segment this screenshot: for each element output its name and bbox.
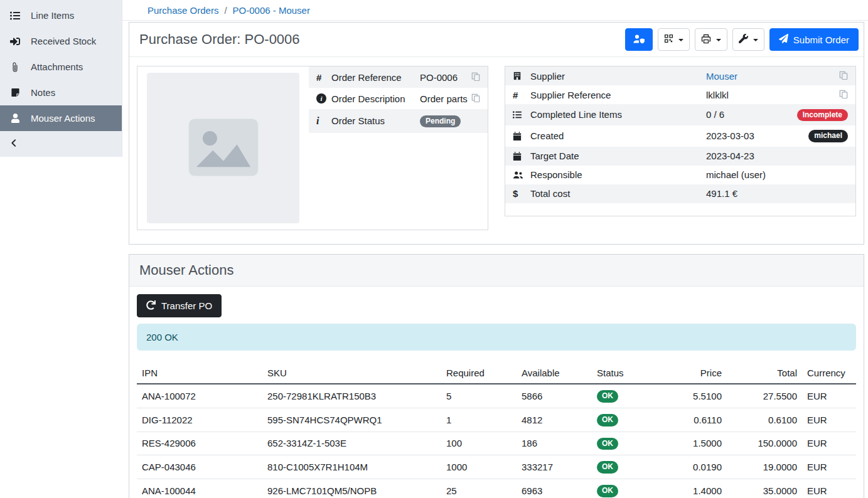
status-alert-text: 200 OK — [146, 332, 178, 342]
calendar-icon — [513, 132, 530, 140]
detail-label: Target Date — [530, 151, 706, 161]
copy-icon[interactable] — [839, 71, 848, 80]
breadcrumb-link-current[interactable]: PO-0006 - Mouser — [233, 5, 310, 16]
sidebar-item-label: Notes — [31, 87, 55, 98]
copy-icon[interactable] — [471, 93, 480, 102]
chevron-down-icon — [678, 39, 683, 41]
detail-row-supplier-reference: # Supplier Reference lklklkl — [505, 85, 855, 104]
user-badge: michael — [808, 130, 848, 142]
detail-row-supplier: Supplier Mouser — [505, 66, 855, 85]
copy-icon[interactable] — [471, 72, 480, 81]
sidebar-item-received-stock[interactable]: Received Stock — [0, 28, 122, 54]
detail-row-order-description: i Order Description Order parts — [309, 88, 488, 109]
column-header-sku: SKU — [262, 363, 441, 384]
user-roles-button[interactable] — [625, 28, 653, 51]
page-content: Purchase Order: PO-0006 — [122, 21, 868, 498]
detail-label: Supplier Reference — [530, 90, 706, 100]
print-dropdown-button[interactable] — [695, 28, 727, 51]
hash-icon: # — [513, 90, 530, 100]
sidebar-item-notes[interactable]: Notes — [0, 80, 122, 105]
responsible-value: michael (user) — [706, 169, 795, 180]
detail-label: Order Status — [331, 115, 420, 126]
detail-row-target-date: Target Date 2023-04-23 — [505, 147, 855, 166]
calendar-icon — [513, 152, 530, 161]
order-description-value: Order parts — [420, 93, 468, 104]
detail-row-order-status: i Order Status Pending — [309, 109, 488, 133]
cell-total: 150.0000 — [727, 432, 802, 455]
cell-sku: 652-3314Z-1-503E — [262, 432, 441, 455]
user-icon — [9, 114, 21, 123]
incomplete-badge: Incomplete — [797, 109, 848, 122]
cell-sku: 595-SN74HCS74QPWRQ1 — [262, 408, 441, 432]
transfer-po-button[interactable]: Transfer PO — [137, 294, 222, 317]
cell-currency: EUR — [802, 432, 856, 455]
dollar-icon: $ — [513, 188, 530, 199]
cell-price: 0.6110 — [673, 408, 727, 432]
sidebar-item-label: Line Items — [31, 10, 74, 21]
qr-code-icon — [664, 34, 673, 45]
printer-icon — [701, 34, 711, 46]
detail-row-completed-line-items: Completed Line Items 0 / 6 Incomplete — [505, 104, 855, 125]
submit-order-button[interactable]: Submit Order — [769, 28, 859, 51]
cell-required: 1000 — [441, 455, 517, 479]
user-shield-icon — [633, 34, 645, 46]
paper-plane-icon — [779, 34, 788, 45]
cell-status: OK — [592, 408, 673, 432]
breadcrumb: Purchase Orders / PO-0006 - Mouser — [122, 0, 868, 21]
mouser-actions-panel: Mouser Actions Transfer PO 200 OK — [129, 254, 864, 498]
detail-label: Created — [530, 130, 706, 141]
detail-label: Responsible — [530, 169, 706, 180]
cell-ipn: ANA-100072 — [137, 384, 262, 408]
breadcrumb-separator: / — [224, 5, 227, 16]
table-row: ANA-100044 926-LMC7101QM5/NOPB 25 6963 O… — [137, 479, 856, 498]
column-header-currency: Currency — [802, 363, 856, 384]
cell-status: OK — [592, 432, 673, 455]
order-details-table: # Order Reference PO-0006 i Order Descri… — [309, 66, 488, 133]
cell-price: 1.4000 — [673, 479, 727, 498]
info-icon: i — [316, 115, 331, 127]
detail-row-total-cost: $ Total cost 491.1 € — [505, 184, 855, 203]
chevron-down-icon — [753, 39, 758, 41]
sidebar-collapse-button[interactable] — [0, 131, 122, 157]
column-header-available: Available — [517, 363, 592, 384]
barcode-dropdown-button[interactable] — [658, 28, 690, 51]
order-actions-dropdown-button[interactable] — [732, 28, 764, 51]
image-placeholder-icon — [187, 117, 260, 179]
app-root: Line Items Received Stock Attachments No… — [0, 0, 868, 498]
breadcrumb-link-purchase-orders[interactable]: Purchase Orders — [147, 5, 218, 16]
supplier-details-card: Supplier Mouser # Supplier Reference lkl… — [505, 66, 856, 216]
sidebar-item-label: Mouser Actions — [31, 113, 95, 124]
sidebar-item-mouser-actions[interactable]: Mouser Actions — [0, 105, 122, 131]
mouser-actions-title: Mouser Actions — [139, 262, 233, 278]
cell-total: 35.0000 — [727, 479, 802, 498]
completed-line-items-value: 0 / 6 — [706, 109, 795, 120]
cell-ipn: DIG-112022 — [137, 408, 262, 432]
target-date-value: 2023-04-23 — [706, 151, 795, 161]
cell-total: 27.5500 — [727, 384, 802, 408]
cell-required: 5 — [441, 384, 517, 408]
cell-ipn: ANA-100044 — [137, 479, 262, 498]
status-alert: 200 OK — [137, 324, 856, 351]
order-image-placeholder[interactable] — [147, 73, 299, 223]
sidebar-item-attachments[interactable]: Attachments — [0, 54, 122, 80]
cell-available: 333217 — [517, 455, 592, 479]
supplier-link[interactable]: Mouser — [706, 71, 737, 82]
detail-row-order-reference: # Order Reference PO-0006 — [309, 66, 488, 88]
detail-row-responsible: Responsible michael (user) — [505, 166, 855, 184]
copy-icon[interactable] — [839, 90, 848, 98]
cell-currency: EUR — [802, 384, 856, 408]
refresh-icon — [146, 300, 156, 312]
column-header-total: Total — [727, 363, 802, 384]
detail-label: Supplier — [530, 71, 706, 82]
table-row: CAP-043046 810-C1005X7R1H104M 1000 33321… — [137, 455, 856, 479]
page-title: Purchase Order: PO-0006 — [139, 31, 300, 48]
purchase-order-panel: Purchase Order: PO-0006 — [129, 22, 864, 245]
info-circle-icon: i — [316, 93, 331, 103]
cell-required: 1 — [441, 408, 517, 432]
header-actions: Submit Order — [625, 28, 859, 51]
sidebar-nav: Line Items Received Stock Attachments No… — [0, 0, 122, 157]
note-icon — [9, 88, 21, 97]
sidebar-item-line-items[interactable]: Line Items — [0, 3, 122, 28]
transfer-po-label: Transfer PO — [161, 300, 212, 311]
detail-label: Order Description — [331, 93, 420, 104]
